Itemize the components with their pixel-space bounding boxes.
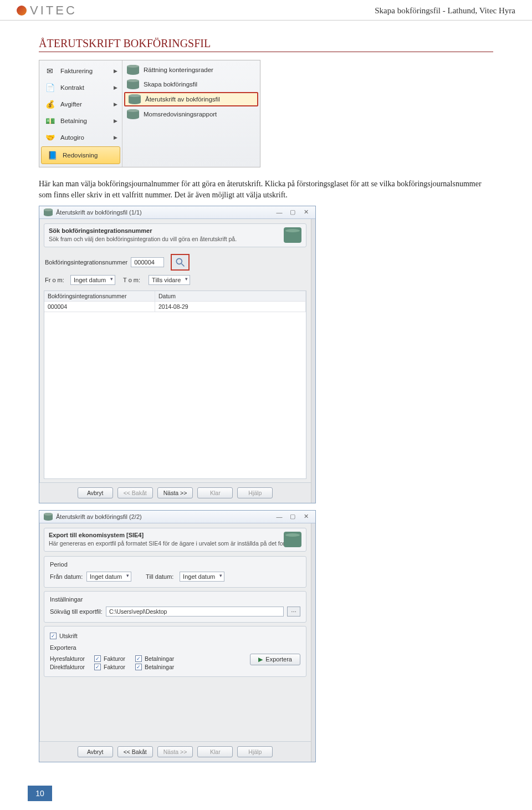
finish-button[interactable]: Klar	[197, 746, 233, 757]
book-icon: 📘	[46, 149, 58, 161]
database-icon	[44, 208, 53, 216]
menu-label: Betalning	[60, 118, 87, 124]
section-heading: ÅTERUTSKRIFT BOKFÖRINGSFIL	[39, 37, 493, 52]
dialog-title: Återutskrift av bokföringsfil (1/1)	[56, 209, 142, 216]
section-subtitle: Här genereras en exportfil på formatet S…	[49, 540, 301, 547]
menu-label: Momsredovisningsrapport	[144, 111, 217, 118]
browse-button[interactable]: …	[287, 607, 300, 617]
fakturor-checkbox-2[interactable]: ✓	[94, 664, 101, 670]
dialog-titlebar: Återutskrift av bokföringsfil (2/2) — ▢ …	[39, 511, 315, 523]
cell-number: 000004	[44, 302, 155, 312]
dialog-step2: Återutskrift av bokföringsfil (2/2) — ▢ …	[39, 510, 316, 762]
chevron-right-icon: ▶	[114, 68, 117, 74]
print-fieldset: ✓ Utskrift Exportera Hyresfakturor ✓ Fak…	[44, 626, 306, 677]
dialog-titlebar: Återutskrift av bokföringsfil (1/1) — ▢ …	[39, 206, 315, 219]
document-icon: 📄	[44, 81, 56, 94]
page-header: VITEC Skapa bokföringsfil - Lathund, Vit…	[0, 0, 532, 21]
finish-button[interactable]: Klar	[197, 487, 233, 498]
betalningar-checkbox-1[interactable]: ✓	[135, 655, 142, 662]
chevron-right-icon: ▶	[114, 118, 117, 124]
betalningar-label: Betalningar	[145, 655, 174, 662]
from-date-label: Från datum:	[50, 573, 83, 580]
column-header-number[interactable]: Bokföringsintegrationsnummer	[44, 291, 155, 301]
menu-label: Fakturering	[60, 68, 93, 74]
path-label: Sökväg till exportfil:	[50, 608, 103, 615]
table-empty-area	[44, 312, 306, 478]
help-button[interactable]: Hjälp	[237, 487, 273, 498]
to-date-dropdown[interactable]: Inget datum	[180, 572, 224, 582]
menu-item-avgifter[interactable]: 💰 Avgifter ▶	[39, 96, 122, 113]
maximize-icon[interactable]: ▢	[288, 208, 298, 216]
dialog-button-row: Avbryt << Bakåt Nästa >> Klar Hjälp	[39, 482, 311, 503]
integration-number-input[interactable]: 000004	[131, 257, 164, 267]
body-paragraph: Här kan man välja bokföringsjournalnumme…	[39, 179, 493, 201]
next-button[interactable]: Nästa >>	[157, 746, 193, 757]
export-button[interactable]: ▶ Exportera	[250, 654, 300, 665]
from-date-dropdown[interactable]: Inget datum	[86, 572, 131, 582]
scrollbar[interactable]	[311, 219, 315, 503]
svg-point-0	[177, 258, 182, 264]
dialog-title: Återutskrift av bokföringsfil (2/2)	[56, 513, 142, 520]
menu-label: Rättning konteringsrader	[144, 67, 213, 73]
fakturor-label: Fakturor	[104, 655, 125, 662]
document-title: Skapa bokföringsfil - Lathund, Vitec Hyr…	[375, 6, 515, 16]
maximize-icon[interactable]: ▢	[288, 513, 298, 520]
database-icon	[129, 94, 141, 104]
menu-label: Skapa bokföringsfil	[144, 81, 197, 88]
envelope-icon: ✉	[44, 65, 56, 77]
menu-left-column: ✉ Fakturering ▶ 📄 Kontrakt ▶ 💰 Avgifter …	[39, 60, 122, 167]
search-section: Sök bokföringsintegrationsnummer Sök fra…	[44, 223, 306, 247]
menu-item-betalning[interactable]: 💵 Betalning ▶	[39, 113, 122, 129]
betalningar-checkbox-2[interactable]: ✓	[135, 664, 142, 670]
next-button[interactable]: Nästa >>	[157, 487, 193, 498]
magnifier-icon	[175, 257, 186, 268]
from-date-dropdown[interactable]: Inget datum	[70, 275, 115, 285]
menu-item-fakturering[interactable]: ✉ Fakturering ▶	[39, 63, 122, 79]
table-row[interactable]: 000004 2014-08-29	[44, 302, 306, 312]
svg-line-1	[182, 263, 185, 266]
section-subtitle: Sök fram och välj den bokföringsintegrat…	[49, 236, 301, 242]
to-date-label: Till datum:	[146, 573, 176, 580]
fakturor-checkbox-1[interactable]: ✓	[94, 655, 101, 662]
back-button[interactable]: << Bakåt	[117, 746, 153, 757]
submenu-skapa[interactable]: Skapa bokföringsfil	[122, 77, 260, 91]
menu-label: Avgifter	[60, 101, 82, 108]
export-subtitle: Exportera	[50, 644, 300, 651]
cancel-button[interactable]: Avbryt	[78, 746, 113, 757]
cancel-button[interactable]: Avbryt	[78, 487, 113, 498]
fakturor-label: Fakturor	[104, 664, 125, 670]
menu-item-kontrakt[interactable]: 📄 Kontrakt ▶	[39, 79, 122, 96]
logo: VITEC	[17, 3, 77, 18]
menu-label: Kontrakt	[60, 84, 84, 91]
direktfakturor-label: Direktfakturor	[50, 664, 91, 670]
logo-text: VITEC	[30, 3, 77, 18]
export-icon: ▶	[258, 656, 263, 663]
submenu-moms[interactable]: Momsredovisningsrapport	[122, 107, 260, 121]
section-title: Sök bokföringsintegrationsnummer	[49, 227, 301, 234]
minimize-icon[interactable]: —	[274, 513, 284, 520]
path-input[interactable]: C:\Users\vepl\Desktop	[106, 607, 284, 617]
print-checkbox[interactable]: ✓	[50, 633, 57, 639]
menu-item-redovisning[interactable]: 📘 Redovisning	[41, 146, 120, 164]
close-icon[interactable]: ✕	[301, 513, 311, 520]
database-icon	[127, 109, 139, 119]
help-button[interactable]: Hjälp	[237, 746, 273, 757]
menu-item-autogiro[interactable]: 🤝 Autogiro ▶	[39, 129, 122, 146]
database-large-icon	[284, 227, 301, 243]
money-icon: 💰	[44, 98, 56, 110]
search-button[interactable]	[171, 254, 190, 271]
dialog-step1: Återutskrift av bokföringsfil (1/1) — ▢ …	[39, 206, 316, 503]
submenu-aterutskrift[interactable]: Återutskrift av bokföringsfil	[124, 92, 258, 106]
close-icon[interactable]: ✕	[301, 208, 311, 216]
hyresfakturor-label: Hyresfakturor	[50, 655, 91, 662]
to-date-dropdown[interactable]: Tills vidare	[149, 275, 190, 285]
chevron-right-icon: ▶	[114, 85, 117, 90]
minimize-icon[interactable]: —	[274, 209, 284, 216]
submenu-rattning[interactable]: Rättning konteringsrader	[122, 63, 260, 77]
back-button[interactable]: << Bakåt	[117, 487, 153, 498]
menu-label: Autogiro	[60, 134, 84, 141]
scrollbar[interactable]	[311, 523, 315, 762]
from-label: Fr o m:	[45, 277, 67, 283]
to-label: T o m:	[123, 277, 145, 283]
column-header-date[interactable]: Datum	[155, 291, 306, 301]
